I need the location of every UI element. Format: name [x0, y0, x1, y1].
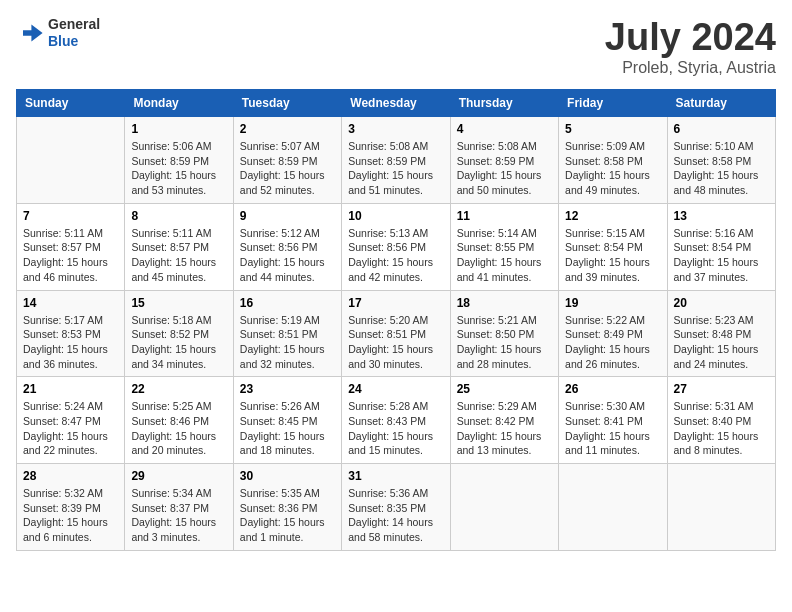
header-cell-friday: Friday	[559, 90, 667, 117]
day-info: Sunrise: 5:24 AM Sunset: 8:47 PM Dayligh…	[23, 399, 118, 458]
header-cell-monday: Monday	[125, 90, 233, 117]
week-row-2: 7Sunrise: 5:11 AM Sunset: 8:57 PM Daylig…	[17, 203, 776, 290]
day-number: 28	[23, 469, 118, 483]
header-cell-wednesday: Wednesday	[342, 90, 450, 117]
day-cell: 20Sunrise: 5:23 AM Sunset: 8:48 PM Dayli…	[667, 290, 775, 377]
day-cell: 16Sunrise: 5:19 AM Sunset: 8:51 PM Dayli…	[233, 290, 341, 377]
day-info: Sunrise: 5:12 AM Sunset: 8:56 PM Dayligh…	[240, 226, 335, 285]
logo-general: General	[48, 16, 100, 32]
day-cell: 21Sunrise: 5:24 AM Sunset: 8:47 PM Dayli…	[17, 377, 125, 464]
day-cell: 7Sunrise: 5:11 AM Sunset: 8:57 PM Daylig…	[17, 203, 125, 290]
day-cell: 24Sunrise: 5:28 AM Sunset: 8:43 PM Dayli…	[342, 377, 450, 464]
day-number: 23	[240, 382, 335, 396]
day-cell: 4Sunrise: 5:08 AM Sunset: 8:59 PM Daylig…	[450, 117, 558, 204]
day-cell: 1Sunrise: 5:06 AM Sunset: 8:59 PM Daylig…	[125, 117, 233, 204]
day-cell	[559, 464, 667, 551]
day-cell: 23Sunrise: 5:26 AM Sunset: 8:45 PM Dayli…	[233, 377, 341, 464]
day-number: 6	[674, 122, 769, 136]
day-info: Sunrise: 5:35 AM Sunset: 8:36 PM Dayligh…	[240, 486, 335, 545]
day-cell: 2Sunrise: 5:07 AM Sunset: 8:59 PM Daylig…	[233, 117, 341, 204]
day-info: Sunrise: 5:19 AM Sunset: 8:51 PM Dayligh…	[240, 313, 335, 372]
day-cell: 13Sunrise: 5:16 AM Sunset: 8:54 PM Dayli…	[667, 203, 775, 290]
logo-blue: Blue	[48, 33, 78, 49]
day-number: 7	[23, 209, 118, 223]
day-number: 2	[240, 122, 335, 136]
day-number: 8	[131, 209, 226, 223]
day-number: 16	[240, 296, 335, 310]
day-info: Sunrise: 5:22 AM Sunset: 8:49 PM Dayligh…	[565, 313, 660, 372]
day-info: Sunrise: 5:11 AM Sunset: 8:57 PM Dayligh…	[23, 226, 118, 285]
day-number: 9	[240, 209, 335, 223]
day-cell: 22Sunrise: 5:25 AM Sunset: 8:46 PM Dayli…	[125, 377, 233, 464]
day-info: Sunrise: 5:10 AM Sunset: 8:58 PM Dayligh…	[674, 139, 769, 198]
day-cell	[17, 117, 125, 204]
day-info: Sunrise: 5:20 AM Sunset: 8:51 PM Dayligh…	[348, 313, 443, 372]
day-number: 27	[674, 382, 769, 396]
day-cell: 30Sunrise: 5:35 AM Sunset: 8:36 PM Dayli…	[233, 464, 341, 551]
day-number: 10	[348, 209, 443, 223]
day-number: 21	[23, 382, 118, 396]
day-number: 11	[457, 209, 552, 223]
day-info: Sunrise: 5:21 AM Sunset: 8:50 PM Dayligh…	[457, 313, 552, 372]
day-info: Sunrise: 5:08 AM Sunset: 8:59 PM Dayligh…	[348, 139, 443, 198]
day-info: Sunrise: 5:16 AM Sunset: 8:54 PM Dayligh…	[674, 226, 769, 285]
day-number: 14	[23, 296, 118, 310]
week-row-5: 28Sunrise: 5:32 AM Sunset: 8:39 PM Dayli…	[17, 464, 776, 551]
day-info: Sunrise: 5:14 AM Sunset: 8:55 PM Dayligh…	[457, 226, 552, 285]
logo-icon	[16, 19, 44, 47]
day-info: Sunrise: 5:34 AM Sunset: 8:37 PM Dayligh…	[131, 486, 226, 545]
day-info: Sunrise: 5:23 AM Sunset: 8:48 PM Dayligh…	[674, 313, 769, 372]
day-cell: 17Sunrise: 5:20 AM Sunset: 8:51 PM Dayli…	[342, 290, 450, 377]
day-info: Sunrise: 5:28 AM Sunset: 8:43 PM Dayligh…	[348, 399, 443, 458]
main-title: July 2024	[605, 16, 776, 59]
day-cell: 28Sunrise: 5:32 AM Sunset: 8:39 PM Dayli…	[17, 464, 125, 551]
day-cell: 31Sunrise: 5:36 AM Sunset: 8:35 PM Dayli…	[342, 464, 450, 551]
day-cell: 15Sunrise: 5:18 AM Sunset: 8:52 PM Dayli…	[125, 290, 233, 377]
day-cell: 11Sunrise: 5:14 AM Sunset: 8:55 PM Dayli…	[450, 203, 558, 290]
day-info: Sunrise: 5:06 AM Sunset: 8:59 PM Dayligh…	[131, 139, 226, 198]
day-info: Sunrise: 5:13 AM Sunset: 8:56 PM Dayligh…	[348, 226, 443, 285]
day-number: 26	[565, 382, 660, 396]
day-cell: 6Sunrise: 5:10 AM Sunset: 8:58 PM Daylig…	[667, 117, 775, 204]
day-number: 31	[348, 469, 443, 483]
day-info: Sunrise: 5:09 AM Sunset: 8:58 PM Dayligh…	[565, 139, 660, 198]
day-number: 15	[131, 296, 226, 310]
day-cell: 18Sunrise: 5:21 AM Sunset: 8:50 PM Dayli…	[450, 290, 558, 377]
subtitle: Proleb, Styria, Austria	[605, 59, 776, 77]
calendar-header: SundayMondayTuesdayWednesdayThursdayFrid…	[17, 90, 776, 117]
day-number: 20	[674, 296, 769, 310]
day-cell: 12Sunrise: 5:15 AM Sunset: 8:54 PM Dayli…	[559, 203, 667, 290]
day-info: Sunrise: 5:29 AM Sunset: 8:42 PM Dayligh…	[457, 399, 552, 458]
day-info: Sunrise: 5:30 AM Sunset: 8:41 PM Dayligh…	[565, 399, 660, 458]
day-info: Sunrise: 5:15 AM Sunset: 8:54 PM Dayligh…	[565, 226, 660, 285]
day-cell: 14Sunrise: 5:17 AM Sunset: 8:53 PM Dayli…	[17, 290, 125, 377]
day-cell: 9Sunrise: 5:12 AM Sunset: 8:56 PM Daylig…	[233, 203, 341, 290]
day-info: Sunrise: 5:07 AM Sunset: 8:59 PM Dayligh…	[240, 139, 335, 198]
day-number: 12	[565, 209, 660, 223]
day-info: Sunrise: 5:25 AM Sunset: 8:46 PM Dayligh…	[131, 399, 226, 458]
day-number: 3	[348, 122, 443, 136]
svg-marker-0	[23, 24, 43, 41]
day-number: 5	[565, 122, 660, 136]
day-number: 19	[565, 296, 660, 310]
day-cell: 26Sunrise: 5:30 AM Sunset: 8:41 PM Dayli…	[559, 377, 667, 464]
day-number: 18	[457, 296, 552, 310]
day-cell	[450, 464, 558, 551]
header-cell-tuesday: Tuesday	[233, 90, 341, 117]
day-number: 24	[348, 382, 443, 396]
day-info: Sunrise: 5:31 AM Sunset: 8:40 PM Dayligh…	[674, 399, 769, 458]
day-info: Sunrise: 5:36 AM Sunset: 8:35 PM Dayligh…	[348, 486, 443, 545]
day-cell: 5Sunrise: 5:09 AM Sunset: 8:58 PM Daylig…	[559, 117, 667, 204]
logo: General Blue	[16, 16, 100, 50]
day-number: 13	[674, 209, 769, 223]
day-number: 29	[131, 469, 226, 483]
day-cell: 3Sunrise: 5:08 AM Sunset: 8:59 PM Daylig…	[342, 117, 450, 204]
page-header: General Blue July 2024 Proleb, Styria, A…	[16, 16, 776, 77]
calendar-body: 1Sunrise: 5:06 AM Sunset: 8:59 PM Daylig…	[17, 117, 776, 551]
day-info: Sunrise: 5:18 AM Sunset: 8:52 PM Dayligh…	[131, 313, 226, 372]
header-cell-thursday: Thursday	[450, 90, 558, 117]
day-cell	[667, 464, 775, 551]
day-cell: 25Sunrise: 5:29 AM Sunset: 8:42 PM Dayli…	[450, 377, 558, 464]
week-row-4: 21Sunrise: 5:24 AM Sunset: 8:47 PM Dayli…	[17, 377, 776, 464]
day-number: 17	[348, 296, 443, 310]
